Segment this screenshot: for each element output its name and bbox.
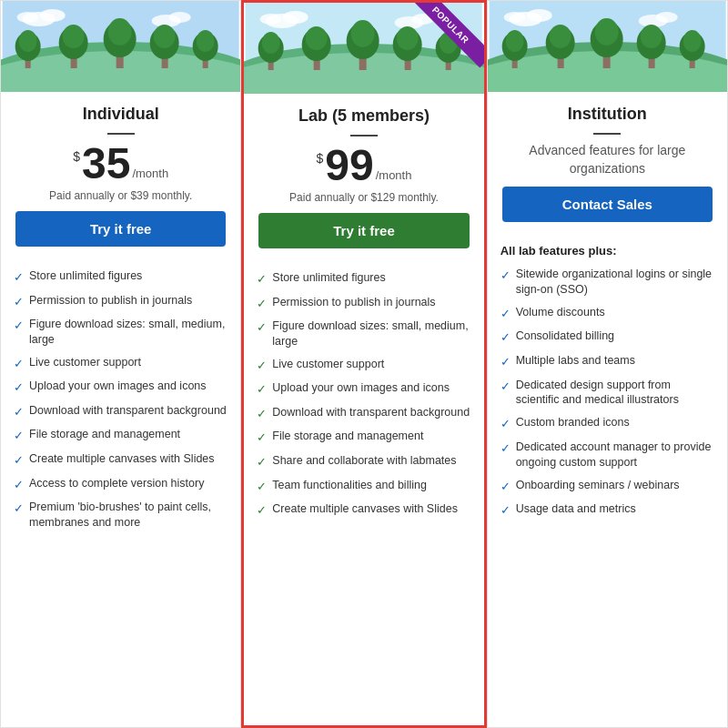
feature-item: ✓Live customer support xyxy=(257,357,470,374)
feature-text: Access to complete version history xyxy=(29,476,204,491)
price-note: Paid annually or $39 monthly. xyxy=(49,189,192,202)
price-amount: 35 xyxy=(82,142,130,186)
feature-item: ✓Permission to publish in journals xyxy=(257,295,470,312)
svg-point-59 xyxy=(549,25,571,48)
plan-features-lab: ✓Store unlimited figures✓Permission to p… xyxy=(244,270,483,725)
feature-item: ✓File storage and management xyxy=(257,429,470,446)
check-icon: ✓ xyxy=(14,356,24,372)
feature-text: Custom branded icons xyxy=(516,415,630,430)
feature-item: ✓Create multiple canvases with Slides xyxy=(257,501,470,519)
plan-col-institution: InstitutionAdvanced features for large o… xyxy=(487,0,728,728)
feature-item: ✓Live customer support xyxy=(14,355,228,372)
svg-point-68 xyxy=(682,30,701,52)
feature-text: Store unlimited figures xyxy=(272,270,385,286)
check-icon: ✓ xyxy=(257,381,267,398)
feature-text: Usage data and metrics xyxy=(516,501,636,517)
plan-body-individual: Individual$35/monthPaid annually or $39 … xyxy=(1,92,240,268)
feature-text: Live customer support xyxy=(29,355,141,370)
check-icon: ✓ xyxy=(14,404,24,420)
feature-item: ✓Usage data and metrics xyxy=(500,501,714,519)
feature-item: ✓Upload your own images and icons xyxy=(257,380,470,398)
feature-text: Consolidated billing xyxy=(516,329,614,344)
svg-point-39 xyxy=(351,20,375,47)
check-icon: ✓ xyxy=(500,416,511,432)
plan-features-institution: All lab features plus:✓Sitewide organiza… xyxy=(488,244,727,727)
svg-point-10 xyxy=(19,30,37,52)
feature-item: ✓Store unlimited figures xyxy=(257,270,470,288)
check-icon: ✓ xyxy=(14,452,24,469)
check-icon: ✓ xyxy=(500,268,511,284)
features-list: ✓Store unlimited figures✓Permission to p… xyxy=(14,268,228,531)
price-period: /month xyxy=(376,168,412,182)
features-list: ✓Store unlimited figures✓Permission to p… xyxy=(257,270,470,519)
price-dollar: $ xyxy=(73,149,80,164)
price-dollar: $ xyxy=(317,151,324,166)
check-icon: ✓ xyxy=(14,318,24,334)
plan-col-individual: Individual$35/monthPaid annually or $39 … xyxy=(0,0,241,728)
plan-header-lab: POPULAR xyxy=(244,3,483,94)
svg-point-16 xyxy=(108,18,132,46)
feature-text: Upload your own images and icons xyxy=(272,380,450,396)
feature-text: Upload your own images and icons xyxy=(29,379,207,394)
price-amount: 99 xyxy=(325,144,373,187)
svg-point-48 xyxy=(526,9,551,22)
svg-point-62 xyxy=(594,18,618,46)
feature-item: ✓Volume discounts xyxy=(500,305,714,322)
institution-desc: Advanced features for large organization… xyxy=(502,142,713,177)
price-period: /month xyxy=(132,167,168,180)
plan-col-lab: POPULARLab (5 members)$99/monthPaid annu… xyxy=(241,0,486,728)
feature-text: Team functionalities and billing xyxy=(272,478,427,493)
feature-text: Figure download sizes: small, medium, la… xyxy=(272,318,470,349)
svg-point-2 xyxy=(40,9,66,22)
cta-button-individual[interactable]: Try it free xyxy=(15,211,226,247)
svg-point-5 xyxy=(169,12,191,23)
feature-item: ✓Upload your own images and icons xyxy=(14,379,228,396)
plan-body-lab: Lab (5 members)$99/monthPaid annually or… xyxy=(244,94,483,270)
feature-item: ✓Permission to publish in journals xyxy=(14,293,228,310)
svg-point-49 xyxy=(503,12,525,23)
check-icon: ✓ xyxy=(14,500,24,517)
plan-header-institution xyxy=(488,1,727,92)
plan-divider xyxy=(593,133,621,135)
feature-item: ✓Premium 'bio-brushes' to paint cells, m… xyxy=(14,500,228,531)
feature-text: Store unlimited figures xyxy=(29,268,142,284)
check-icon: ✓ xyxy=(257,502,267,519)
svg-point-13 xyxy=(63,25,85,48)
svg-point-19 xyxy=(154,25,176,48)
plan-price-row: $99/month xyxy=(317,144,412,187)
feature-item: ✓Share and collaborate with labmates xyxy=(257,453,470,470)
plan-price-row: $35/month xyxy=(73,142,168,186)
feature-text: Dedicated account manager to provide ong… xyxy=(516,440,714,470)
check-icon: ✓ xyxy=(14,269,24,286)
feature-text: Volume discounts xyxy=(516,305,605,320)
svg-point-26 xyxy=(260,14,282,25)
feature-item: ✓File storage and management xyxy=(14,427,228,444)
check-icon: ✓ xyxy=(257,358,267,374)
cta-button-institution[interactable]: Contact Sales xyxy=(502,187,713,222)
popular-badge-wrap: POPULAR xyxy=(411,3,484,76)
check-icon: ✓ xyxy=(14,294,24,310)
svg-point-33 xyxy=(262,32,280,54)
check-icon: ✓ xyxy=(14,477,24,493)
feature-item: ✓Consolidated billing xyxy=(500,329,714,346)
check-icon: ✓ xyxy=(500,354,511,370)
feature-text: Multiple labs and teams xyxy=(516,353,635,369)
feature-text: Share and collaborate with labmates xyxy=(272,453,456,469)
check-icon: ✓ xyxy=(257,319,267,336)
plan-name: Institution xyxy=(568,105,647,124)
feature-item: ✓Multiple labs and teams xyxy=(500,353,714,370)
plan-divider xyxy=(350,135,378,136)
cta-button-lab[interactable]: Try it free xyxy=(258,213,469,248)
svg-point-22 xyxy=(197,30,215,52)
check-icon: ✓ xyxy=(500,440,511,457)
feature-item: ✓Dedicated design support from scientifi… xyxy=(500,378,714,409)
feature-item: ✓Store unlimited figures xyxy=(14,268,228,286)
feature-text: Create multiple canvases with Slides xyxy=(272,501,458,517)
check-icon: ✓ xyxy=(500,306,511,322)
feature-text: Permission to publish in journals xyxy=(29,293,192,308)
feature-text: Download with transparent background xyxy=(29,403,227,419)
feature-text: Live customer support xyxy=(272,357,384,372)
check-icon: ✓ xyxy=(257,479,267,495)
check-icon: ✓ xyxy=(500,479,511,495)
plan-name: Individual xyxy=(83,105,159,124)
